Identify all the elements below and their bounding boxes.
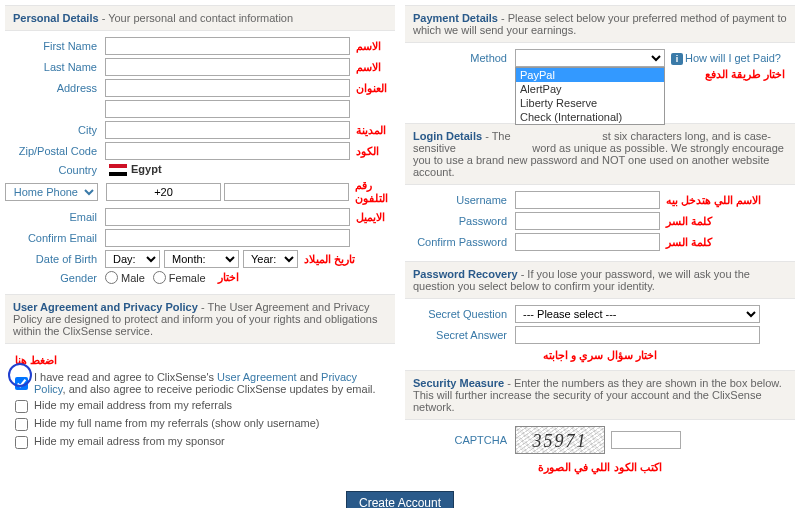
note-gender: اختار — [212, 271, 239, 284]
confirm-email-input[interactable] — [105, 229, 350, 247]
method-option-paypal[interactable]: PayPal — [516, 68, 664, 82]
dob-year-select[interactable]: Year: — [243, 250, 298, 268]
secret-question-select[interactable]: --- Please select --- — [515, 305, 760, 323]
gender-female-radio[interactable] — [153, 271, 166, 284]
captcha-image: 35971 — [515, 426, 605, 454]
last-name-label: Last Name — [5, 61, 105, 73]
note-recovery: اختار سؤال سري و اجابته — [405, 347, 795, 362]
username-label: Username — [405, 194, 515, 206]
note-city: المدينة — [350, 124, 386, 137]
secret-answer-label: Secret Answer — [405, 329, 515, 341]
recovery-header: Password Recovery - If you lose your pas… — [405, 261, 795, 299]
hide-email-sponsor-label: Hide my email adress from my sponsor — [34, 435, 225, 449]
phone-type-select[interactable]: Home Phone — [5, 183, 98, 201]
note-lastname: الاسم — [350, 61, 381, 74]
city-input[interactable] — [105, 121, 350, 139]
address-input-1[interactable] — [105, 79, 350, 97]
note-zip: الكود — [350, 145, 379, 158]
note-phone: رقم التلفون — [349, 179, 395, 205]
secret-question-label: Secret Question — [405, 308, 515, 320]
note-password: كلمة السر — [660, 215, 712, 228]
country-value: Egypt — [105, 163, 162, 176]
method-select[interactable] — [515, 49, 665, 67]
confirm-email-label: Confirm Email — [5, 232, 105, 244]
captcha-label: CAPTCHA — [405, 434, 515, 446]
gender-label: Gender — [5, 272, 105, 284]
last-name-input[interactable] — [105, 58, 350, 76]
email-label: Email — [5, 211, 105, 223]
agree-text: I have read and agree to ClixSense's Use… — [34, 371, 385, 395]
phone-cc-input[interactable] — [106, 183, 221, 201]
method-option-check[interactable]: Check (International) — [516, 110, 664, 124]
zip-input[interactable] — [105, 142, 350, 160]
note-confirm-password: كلمة السر — [660, 236, 712, 249]
how-paid-link[interactable]: iHow will I get Paid? — [671, 52, 781, 65]
create-account-button[interactable]: Create Account — [346, 491, 454, 508]
hide-name-ref-checkbox[interactable] — [15, 418, 28, 431]
hide-name-ref-label: Hide my full name from my referrals (sho… — [34, 417, 319, 431]
note-username: الاسم اللي هتدخل بيه — [660, 194, 761, 207]
secret-answer-input[interactable] — [515, 326, 760, 344]
info-icon: i — [671, 53, 683, 65]
address-label: Address — [5, 82, 105, 94]
security-header: Security Measure - Enter the numbers as … — [405, 370, 795, 420]
first-name-label: First Name — [5, 40, 105, 52]
gender-male-radio[interactable] — [105, 271, 118, 284]
address-input-2[interactable] — [105, 100, 350, 118]
dob-day-select[interactable]: Day: — [105, 250, 160, 268]
captcha-input[interactable] — [611, 431, 681, 449]
note-press-here: اضغط هنا — [15, 354, 385, 369]
agreement-header: User Agreement and Privacy Policy - The … — [5, 294, 395, 344]
note-email: الايميل — [350, 211, 385, 224]
dob-month-select[interactable]: Month: — [164, 250, 239, 268]
payment-header: Payment Details - Please select below yo… — [405, 5, 795, 43]
hide-email-sponsor-checkbox[interactable] — [15, 436, 28, 449]
password-label: Password — [405, 215, 515, 227]
username-input[interactable] — [515, 191, 660, 209]
hide-email-ref-label: Hide my email address from my referrals — [34, 399, 232, 413]
method-dropdown-list[interactable]: PayPal AlertPay Liberty Reserve Check (I… — [515, 67, 665, 125]
city-label: City — [5, 124, 105, 136]
phone-number-input[interactable] — [224, 183, 349, 201]
country-label: Country — [5, 164, 105, 176]
note-address: العنوان — [350, 82, 387, 95]
method-option-liberty[interactable]: Liberty Reserve — [516, 96, 664, 110]
personal-details-header: Personal Details - Your personal and con… — [5, 5, 395, 31]
highlight-circle — [8, 363, 32, 387]
method-option-alertpay[interactable]: AlertPay — [516, 82, 664, 96]
egypt-flag-icon — [109, 164, 127, 176]
confirm-password-label: Confirm Password — [405, 236, 515, 248]
user-agreement-link[interactable]: User Agreement — [217, 371, 296, 383]
dob-label: Date of Birth — [5, 253, 105, 265]
email-input[interactable] — [105, 208, 350, 226]
note-dob: تاريخ الميلاد — [298, 253, 355, 266]
method-label: Method — [405, 52, 515, 64]
note-captcha: اكتب الكود اللي في الصورة — [405, 457, 795, 474]
confirm-password-input[interactable] — [515, 233, 660, 251]
password-input[interactable] — [515, 212, 660, 230]
note-firstname: الاسم — [350, 40, 381, 53]
login-header: Login Details - The st six characters lo… — [405, 123, 795, 185]
first-name-input[interactable] — [105, 37, 350, 55]
zip-label: Zip/Postal Code — [5, 145, 105, 157]
hide-email-ref-checkbox[interactable] — [15, 400, 28, 413]
